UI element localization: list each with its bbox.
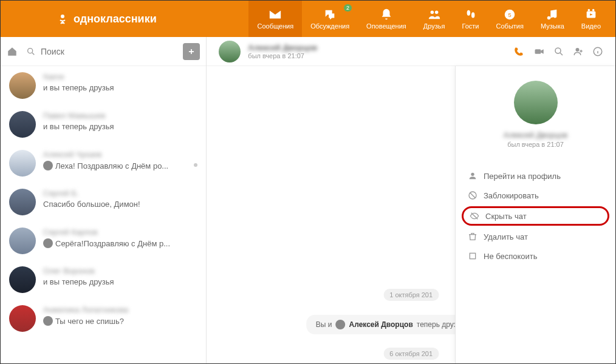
nav-label: Обсуждения xyxy=(310,22,349,30)
thumb-icon: 5 xyxy=(503,8,516,21)
svg-point-9 xyxy=(592,9,595,12)
chat-item[interactable]: Анжелика ЛопатниковаТы чего не спишь? xyxy=(1,299,206,338)
music-icon xyxy=(546,8,559,21)
panel-item-label: Перейти на профиль xyxy=(484,172,561,181)
nav-events[interactable]: 5 События xyxy=(488,1,532,37)
nav-friends[interactable]: Друзья xyxy=(415,1,454,37)
avatar xyxy=(9,189,36,215)
nav-notifications[interactable]: Оповещения xyxy=(358,1,415,37)
search-input[interactable] xyxy=(41,47,183,56)
video-icon xyxy=(584,8,598,21)
info-icon[interactable] xyxy=(592,46,603,57)
friends-icon xyxy=(428,8,441,21)
badge: 2 xyxy=(344,4,352,12)
add-user-icon[interactable] xyxy=(573,46,584,57)
chat-preview: Спасибо большое, Димон! xyxy=(43,200,197,209)
panel-go-profile[interactable]: Перейти на профиль xyxy=(456,166,615,186)
avatar[interactable] xyxy=(219,41,241,62)
chat-icon xyxy=(323,8,337,21)
nav-label: Друзья xyxy=(423,22,445,30)
nav-label: Музыка xyxy=(541,22,564,30)
chat-name: Сергей Б. xyxy=(43,189,197,198)
chat-item[interactable]: Павел Мамышеви вы теперь друзья xyxy=(1,105,206,144)
avatar xyxy=(9,228,36,254)
top-nav: одноклассники Сообщения 2 Обсуждения Опо… xyxy=(1,1,615,37)
video-call-icon[interactable] xyxy=(534,46,545,57)
panel-delete-chat[interactable]: Удалить чат xyxy=(456,227,615,246)
chat-preview: Серёга!Поздравляю с Днём р... xyxy=(43,238,197,248)
brand-text: одноклассники xyxy=(74,13,157,25)
nav-music[interactable]: Музыка xyxy=(532,1,573,37)
dnd-icon xyxy=(468,251,477,261)
svg-point-13 xyxy=(576,48,580,52)
search-icon xyxy=(26,47,36,56)
nav-label: Видео xyxy=(581,22,601,30)
avatar xyxy=(9,72,36,99)
chat-list: Nameи вы теперь друзья Павел Мамышеви вы… xyxy=(1,66,206,364)
svg-text:5: 5 xyxy=(508,12,512,18)
avatar xyxy=(9,305,36,332)
chat-area: Алексей Дворцов был вчера в 21:07 1 октя… xyxy=(207,37,615,364)
chat-item[interactable]: Сергей КарповСерёга!Поздравляю с Днём р.… xyxy=(1,221,206,260)
mini-avatar xyxy=(43,316,53,326)
home-icon[interactable] xyxy=(7,46,18,57)
mini-avatar xyxy=(43,238,53,248)
logo[interactable]: одноклассники xyxy=(55,12,157,26)
nav-video[interactable]: Видео xyxy=(573,1,609,37)
mini-avatar xyxy=(43,161,53,170)
chat-actions xyxy=(512,45,603,58)
nav-messages[interactable]: Сообщения xyxy=(248,1,302,37)
panel-dnd[interactable]: Не беспокоить xyxy=(456,246,615,266)
hide-icon xyxy=(470,211,479,221)
chat-preview: Ты чего не спишь? xyxy=(43,316,197,326)
block-icon xyxy=(468,190,477,200)
svg-point-1 xyxy=(430,11,434,14)
contact-status: был вчера в 21:07 xyxy=(248,52,317,59)
date-separator: 6 октября 201 xyxy=(383,348,439,360)
chat-item[interactable]: Олег Воронови вы теперь друзья xyxy=(1,260,206,299)
svg-point-4 xyxy=(471,12,474,18)
contact-name: Алексей Дворцов xyxy=(248,43,317,52)
envelope-icon xyxy=(269,8,282,21)
chat-item[interactable]: Nameи вы теперь друзья xyxy=(1,66,206,105)
svg-point-3 xyxy=(467,10,470,16)
svg-point-8 xyxy=(587,9,590,12)
main: Nameи вы теперь друзья Павел Мамышеви вы… xyxy=(1,37,615,364)
svg-point-10 xyxy=(28,48,33,53)
svg-point-2 xyxy=(435,11,439,14)
panel-item-label: Скрыть чат xyxy=(485,212,527,221)
svg-point-15 xyxy=(471,173,474,176)
svg-rect-17 xyxy=(470,253,475,258)
call-icon[interactable] xyxy=(512,45,525,58)
chat-preview: и вы теперь друзья xyxy=(43,122,197,131)
chat-item[interactable]: Сергей Б.Спасибо большое, Димон! xyxy=(1,183,206,221)
nav-label: Гости xyxy=(462,22,479,30)
bell-icon xyxy=(380,8,393,21)
svg-rect-11 xyxy=(535,49,541,54)
nav-discussions[interactable]: 2 Обсуждения xyxy=(302,1,358,37)
panel-item-label: Не беспокоить xyxy=(484,252,538,261)
nav-label: Оповещения xyxy=(366,22,406,30)
chat-preview: Леха! Поздравляю с Днём ро... xyxy=(43,161,197,170)
nav-guests[interactable]: Гости xyxy=(453,1,487,37)
avatar xyxy=(9,111,36,138)
panel-item-label: Заблокировать xyxy=(484,191,539,200)
panel-block[interactable]: Заблокировать xyxy=(456,186,615,205)
date-separator: 1 октября 201 xyxy=(383,289,439,301)
ok-logo-icon xyxy=(55,12,70,26)
chat-header: Алексей Дворцов был вчера в 21:07 xyxy=(207,37,615,66)
nav-items: Сообщения 2 Обсуждения Оповещения Друзья… xyxy=(248,1,609,37)
chat-name: Name xyxy=(43,72,197,81)
panel-hide-chat[interactable]: Скрыть чат xyxy=(462,206,609,226)
chat-preview: и вы теперь друзья xyxy=(43,83,197,92)
chat-name: Павел Мамышев xyxy=(43,111,197,120)
search-chat-icon[interactable] xyxy=(553,46,564,57)
avatar xyxy=(9,266,36,293)
panel-avatar[interactable] xyxy=(514,81,558,124)
chat-preview: и вы теперь друзья xyxy=(43,277,197,286)
mini-avatar xyxy=(336,320,346,329)
panel-item-label: Удалить чат xyxy=(484,232,528,241)
add-button[interactable] xyxy=(183,43,200,60)
chat-item[interactable]: Алексей ЧукаевЛеха! Поздравляю с Днём ро… xyxy=(1,144,206,183)
chat-name: Сергей Карпов xyxy=(43,228,197,237)
